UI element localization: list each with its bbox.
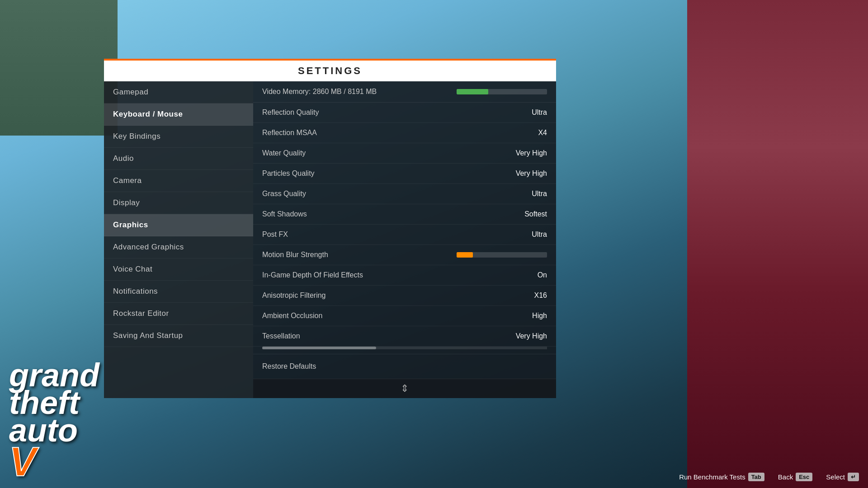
settings-panel: SETTINGS Gamepad Keyboard / Mouse Key Bi… [104,59,556,398]
bg-containers-right [687,0,868,488]
label-reflection-msaa: Reflection MSAA [262,129,493,137]
restore-defaults-label: Restore Defaults [262,362,316,370]
memory-bar-container [457,89,547,94]
sidebar-item-camera[interactable]: Camera [104,170,253,192]
label-soft-shadows: Soft Shadows [262,210,493,218]
sidebar-item-notifications[interactable]: Notifications [104,281,253,303]
value-ambient-occlusion: High [493,312,547,320]
row-post-fx[interactable]: Post FX Ultra [253,225,556,245]
scrollbar-area[interactable] [262,347,547,349]
sidebar-item-voice-chat[interactable]: Voice Chat [104,258,253,281]
value-soft-shadows: Softest [493,210,547,218]
sidebar-item-advanced-graphics[interactable]: Advanced Graphics [104,236,253,258]
select-control: Select ↵ [826,473,859,481]
scroll-arrows: ⇕ [253,379,556,398]
row-reflection-quality[interactable]: Reflection Quality Ultra [253,103,556,123]
value-reflection-msaa: X4 [493,129,547,137]
row-reflection-msaa[interactable]: Reflection MSAA X4 [253,123,556,143]
motion-blur-bar-container [457,252,547,258]
settings-title-bar: SETTINGS [104,59,556,81]
back-control: Back Esc [778,473,813,481]
value-tessellation: Very High [493,332,547,340]
label-particles-quality: Particles Quality [262,169,493,178]
row-motion-blur[interactable]: Motion Blur Strength [253,245,556,265]
label-reflection-quality: Reflection Quality [262,108,493,117]
label-depth-field: In-Game Depth Of Field Effects [262,271,493,279]
label-motion-blur: Motion Blur Strength [262,251,457,259]
scrollbar-thumb[interactable] [262,347,376,349]
row-grass-quality[interactable]: Grass Quality Ultra [253,184,556,204]
sidebar-item-gamepad[interactable]: Gamepad [104,81,253,103]
label-grass-quality: Grass Quality [262,190,493,198]
benchmark-control: Run Benchmark Tests Tab [679,473,764,481]
row-ambient-occlusion[interactable]: Ambient Occlusion High [253,306,556,326]
row-tessellation[interactable]: Tessellation Very High [253,326,556,347]
value-anisotropic: X16 [493,291,547,300]
back-label: Back [778,473,793,481]
label-tessellation: Tessellation [262,332,493,340]
value-grass-quality: Ultra [493,190,547,198]
restore-defaults-button[interactable]: Restore Defaults [253,354,556,379]
benchmark-key: Tab [748,473,764,481]
gta-logo: grand theft auto V [9,361,99,479]
row-particles-quality[interactable]: Particles Quality Very High [253,164,556,184]
sidebar: Gamepad Keyboard / Mouse Key Bindings Au… [104,81,253,398]
label-water-quality: Water Quality [262,149,493,157]
bottom-controls: Run Benchmark Tests Tab Back Esc Select … [679,473,859,481]
label-post-fx: Post FX [262,230,493,239]
video-memory-label: Video Memory: 2860 MB / 8191 MB [262,88,457,96]
memory-bar-fill [457,89,488,94]
value-post-fx: Ultra [493,230,547,239]
value-particles-quality: Very High [493,169,547,178]
benchmark-label: Run Benchmark Tests [679,473,745,481]
video-memory-bar: Video Memory: 2860 MB / 8191 MB [253,81,556,103]
bg-containers-left-top [0,0,118,136]
settings-title: SETTINGS [298,65,362,77]
sidebar-item-audio[interactable]: Audio [104,148,253,170]
sidebar-item-rockstar-editor[interactable]: Rockstar Editor [104,303,253,325]
select-label: Select [826,473,845,481]
label-anisotropic: Anisotropic Filtering [262,291,493,300]
row-depth-field[interactable]: In-Game Depth Of Field Effects On [253,265,556,286]
logo-line4: V [9,445,36,479]
back-key: Esc [796,473,812,481]
sidebar-item-key-bindings[interactable]: Key Bindings [104,126,253,148]
row-soft-shadows[interactable]: Soft Shadows Softest [253,204,556,225]
scroll-arrows-icon[interactable]: ⇕ [401,383,409,394]
sidebar-item-saving-startup[interactable]: Saving And Startup [104,325,253,347]
value-water-quality: Very High [493,149,547,157]
select-key: ↵ [848,473,859,481]
sidebar-item-keyboard-mouse[interactable]: Keyboard / Mouse [104,103,253,126]
row-water-quality[interactable]: Water Quality Very High [253,143,556,164]
value-reflection-quality: Ultra [493,108,547,117]
row-anisotropic[interactable]: Anisotropic Filtering X16 [253,286,556,306]
label-ambient-occlusion: Ambient Occlusion [262,312,493,320]
sidebar-item-graphics[interactable]: Graphics [104,214,253,236]
motion-blur-bar-fill [457,252,473,258]
settings-body: Gamepad Keyboard / Mouse Key Bindings Au… [104,81,556,398]
sidebar-item-display[interactable]: Display [104,192,253,214]
content-panel: Video Memory: 2860 MB / 8191 MB Reflecti… [253,81,556,398]
value-depth-field: On [493,271,547,279]
